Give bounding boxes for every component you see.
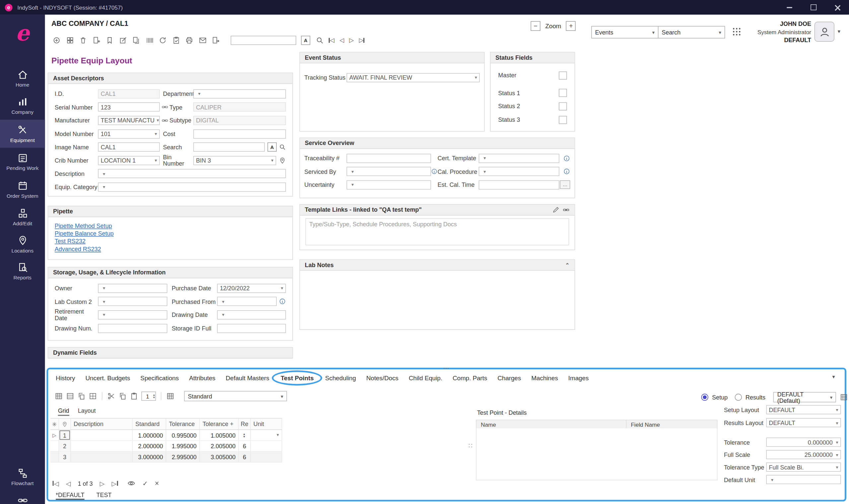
collapse-panel-icon[interactable]: ▾: [832, 374, 835, 380]
checklist-icon[interactable]: [172, 36, 180, 44]
first-record-button[interactable]: ◁: [329, 37, 335, 44]
standard-cell[interactable]: 2.000000: [133, 441, 166, 451]
last-record-button[interactable]: ▷: [359, 37, 365, 44]
copy-icon[interactable]: [119, 392, 126, 400]
test-rs232-link[interactable]: Test RS232: [55, 238, 286, 245]
sheet-tab-test[interactable]: TEST: [96, 492, 111, 500]
tab-specifications[interactable]: Specifications: [140, 375, 179, 381]
avatar[interactable]: [814, 22, 834, 41]
description-cell[interactable]: [71, 430, 133, 440]
tab-scheduling[interactable]: Scheduling: [325, 375, 356, 381]
image-search-field[interactable]: [194, 143, 265, 152]
re-spinner[interactable]: ▴▾: [243, 433, 246, 438]
sidebar-item-equipment[interactable]: Equipment: [0, 120, 45, 148]
lab-custom2-dropdown[interactable]: [98, 297, 167, 306]
tolerance-type-dropdown[interactable]: Full Scale Bi.: [766, 463, 841, 472]
owner-dropdown[interactable]: [98, 284, 167, 293]
column-header[interactable]: Re: [239, 419, 251, 430]
tolerance-plus-cell[interactable]: 1.005000: [200, 430, 239, 440]
minimize-button[interactable]: [778, 0, 801, 15]
sidebar-item-flowchart[interactable]: Flowchart: [0, 464, 45, 490]
zoom-in-button[interactable]: +: [566, 21, 576, 31]
retirement-date-dropdown[interactable]: [98, 310, 167, 320]
lab-notes-body[interactable]: [300, 271, 574, 327]
table-row[interactable]: 3 3.000000 2.995000 3.005000 6: [50, 452, 282, 463]
tracking-status-dropdown[interactable]: AWAIT. FINAL REVIEW: [347, 73, 480, 82]
cancel-x-icon[interactable]: ×: [155, 479, 159, 487]
splitter-handle[interactable]: ∷: [467, 444, 474, 448]
equip-category-dropdown[interactable]: [98, 182, 286, 192]
bookmark-icon[interactable]: [106, 36, 113, 44]
uncertainty-dropdown[interactable]: [347, 180, 431, 190]
results-layout-dropdown[interactable]: DEFAULT: [766, 418, 841, 427]
tolerance-plus-cell[interactable]: 2.005000: [200, 441, 239, 451]
tab-machines[interactable]: Machines: [531, 375, 558, 381]
purchase-date-dropdown[interactable]: 12/20/2022: [217, 284, 286, 293]
text-search-mode-button[interactable]: A: [301, 36, 310, 45]
close-button[interactable]: [825, 0, 849, 15]
table-row[interactable]: ▷ 1 1.000000 0.995000 1.005000 ▴▾: [50, 430, 282, 441]
edit-icon[interactable]: [119, 36, 127, 44]
spin-down-icon[interactable]: ▾: [153, 396, 155, 398]
sidebar-item-equip-links[interactable]: Equip. Links: [0, 491, 45, 504]
results-radio[interactable]: [735, 394, 741, 401]
cal-procedure-dropdown[interactable]: [479, 167, 559, 176]
traceability-field[interactable]: [347, 154, 431, 163]
export-icon[interactable]: [212, 36, 220, 44]
unit-cell[interactable]: [251, 441, 282, 451]
subtype-field[interactable]: DIGITAL: [194, 116, 286, 125]
sheet-tab-default[interactable]: *DEFAULT: [56, 492, 84, 500]
grid-style-select[interactable]: Standard: [184, 391, 287, 401]
purchased-from-info-icon[interactable]: [279, 298, 286, 305]
tab-attributes[interactable]: Attributes: [189, 375, 215, 381]
column-header[interactable]: Tolerance: [166, 419, 200, 430]
view-layout-icon[interactable]: [89, 392, 97, 400]
tolerance-field[interactable]: 0.000000: [766, 438, 841, 447]
status3-checkbox[interactable]: [559, 116, 567, 124]
unit-dropdown-cell[interactable]: [251, 430, 282, 440]
tab-comp-parts[interactable]: Comp. Parts: [453, 375, 487, 381]
maximize-button[interactable]: [801, 0, 826, 15]
columns-icon[interactable]: [166, 392, 174, 400]
search-dropdown[interactable]: Search: [658, 26, 725, 38]
image-name-field[interactable]: CAL1: [98, 143, 160, 152]
manufacturer-dropdown[interactable]: TEST MANUFACTU: [98, 116, 160, 125]
email-icon[interactable]: [198, 36, 206, 44]
bin-number-dropdown[interactable]: BIN 3: [194, 156, 276, 165]
pipette-method-setup-link[interactable]: Pipette Method Setup: [55, 222, 286, 230]
cut-icon[interactable]: [107, 392, 115, 400]
tab-child-equip[interactable]: Child Equip.: [409, 375, 442, 381]
barcode-icon[interactable]: [145, 36, 153, 44]
tab-layout[interactable]: Layout: [78, 407, 96, 416]
events-dropdown[interactable]: Events: [591, 26, 658, 38]
re-cell[interactable]: 6: [239, 452, 251, 462]
tab-default-masters[interactable]: Default Masters: [225, 375, 269, 381]
delete-icon[interactable]: [79, 36, 87, 44]
department-dropdown[interactable]: [194, 89, 286, 98]
copy-document-icon[interactable]: [132, 36, 140, 44]
sidebar-item-locations[interactable]: Locations: [0, 231, 45, 257]
type-field[interactable]: CALIPER: [194, 103, 286, 112]
bin-location-icon[interactable]: [279, 157, 286, 164]
est-cal-time-field[interactable]: [479, 180, 559, 190]
serial-number-field[interactable]: 123: [98, 103, 160, 112]
window-grid-icon[interactable]: [66, 36, 74, 44]
purchased-from-dropdown[interactable]: [217, 297, 277, 306]
pin-column-icon[interactable]: [62, 421, 68, 427]
quick-search-input[interactable]: [230, 36, 295, 45]
layout-select[interactable]: DEFAULT (Default): [773, 392, 836, 402]
sidebar-item-order-system[interactable]: Order System: [0, 177, 45, 202]
view-rows-icon[interactable]: [66, 392, 74, 400]
previous-page-button[interactable]: ◁: [66, 480, 71, 487]
add-icon[interactable]: [52, 36, 60, 44]
tab-test-points[interactable]: Test Points: [280, 375, 315, 381]
description-cell[interactable]: [71, 441, 133, 451]
tolerance-minus-cell[interactable]: 2.995000: [166, 452, 200, 462]
storage-id-full-field[interactable]: [217, 324, 286, 333]
sidebar-item-add-edit[interactable]: Add/Edit: [0, 204, 45, 230]
details-fieldname-column[interactable]: Field Name: [626, 420, 717, 428]
status2-checkbox[interactable]: [559, 102, 567, 110]
setup-radio[interactable]: [701, 394, 708, 401]
tolerance-plus-cell[interactable]: 3.005000: [200, 452, 239, 462]
column-header[interactable]: Description: [71, 419, 133, 430]
